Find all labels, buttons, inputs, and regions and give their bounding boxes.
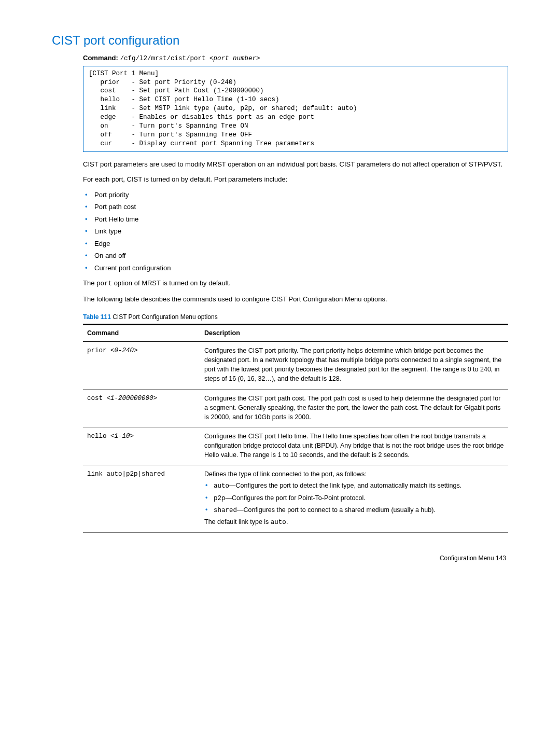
list-item: Edge [83, 239, 508, 249]
inline-code: auto [271, 519, 286, 526]
desc-tail: The default link type is auto. [204, 517, 504, 527]
inline-code: shared [214, 507, 237, 514]
text: . [286, 518, 288, 525]
code-block: [CIST Port 1 Menu] prior - Set port Prio… [83, 66, 508, 152]
desc-intro: Defines the type of link connected to th… [204, 469, 504, 479]
section-heading: CIST port configuration [52, 31, 508, 50]
list-item: On and off [83, 251, 508, 261]
page-footer: Configuration Menu 143 [52, 554, 508, 563]
cmd-text: hello [87, 433, 110, 440]
desc-cell: Configures the CIST port priority. The p… [200, 342, 508, 390]
command-text: /cfg/l2/mrst/cist/port [120, 55, 210, 62]
table-row: link auto|p2p|shared Defines the type of… [83, 465, 508, 533]
list-item: auto—Configures the port to detect the l… [204, 481, 504, 491]
cmd-arg: <1-200000000> [107, 395, 158, 402]
cmd-cell: prior <0-240> [83, 342, 200, 390]
paragraph: The following table describes the comman… [83, 294, 508, 305]
table-row: cost <1-200000000> Configures the CIST p… [83, 389, 508, 427]
inline-code: p2p [214, 495, 226, 502]
list-item: Port path cost [83, 202, 508, 212]
command-arg: <port number> [209, 55, 260, 62]
text: —Configures the port to detect the link … [229, 482, 461, 489]
table-caption: Table 111 CIST Port Configuration Menu o… [83, 312, 508, 322]
desc-cell: Defines the type of link connected to th… [200, 465, 508, 533]
cmd-arg: <0-240> [110, 347, 138, 354]
text: —Configures the port to connect to a sha… [237, 506, 436, 514]
list-item: Port priority [83, 190, 508, 200]
text: The default link type is [204, 518, 271, 525]
list-item: Port Hello time [83, 214, 508, 225]
bullet-list: Port priority Port path cost Port Hello … [52, 190, 508, 273]
command-line: Command: /cfg/l2/mrst/cist/port <port nu… [83, 53, 508, 64]
paragraph: The port option of MRST is turned on by … [83, 278, 508, 289]
table-caption-text: CIST Port Configuration Menu options [111, 313, 218, 321]
cmd-cell: hello <1-10> [83, 427, 200, 465]
list-item: Link type [83, 226, 508, 237]
cmd-text: cost [87, 395, 107, 402]
paragraph: CIST port parameters are used to modify … [83, 159, 508, 170]
cmd-cell: cost <1-200000000> [83, 389, 200, 427]
desc-cell: Configures the CIST port path cost. The … [200, 389, 508, 427]
cmd-text: prior [87, 347, 110, 354]
list-item: p2p—Configures the port for Point-To-Poi… [204, 493, 504, 503]
list-item: Current port configuration [83, 263, 508, 273]
table-number: Table 111 [83, 313, 111, 321]
inline-code: port [96, 280, 112, 287]
inline-code: auto [214, 482, 229, 490]
paragraph: For each port, CIST is turned on by defa… [83, 174, 508, 185]
text: The [83, 279, 96, 287]
options-table: Command Description prior <0-240> Config… [83, 324, 508, 533]
text: —Configures the port for Point-To-Point … [226, 494, 366, 502]
cmd-arg: <1-10> [110, 433, 134, 440]
desc-cell: Configures the CIST port Hello time. The… [200, 427, 508, 465]
sub-bullet-list: auto—Configures the port to detect the l… [204, 481, 504, 515]
text: option of MRST is turned on by default. [112, 279, 231, 287]
list-item: shared—Configures the port to connect to… [204, 505, 504, 515]
col-header-description: Description [200, 325, 508, 342]
cmd-cell: link auto|p2p|shared [83, 465, 200, 533]
col-header-command: Command [83, 325, 200, 342]
table-row: hello <1-10> Configures the CIST port He… [83, 427, 508, 465]
table-row: prior <0-240> Configures the CIST port p… [83, 342, 508, 390]
command-label: Command: [83, 54, 118, 62]
